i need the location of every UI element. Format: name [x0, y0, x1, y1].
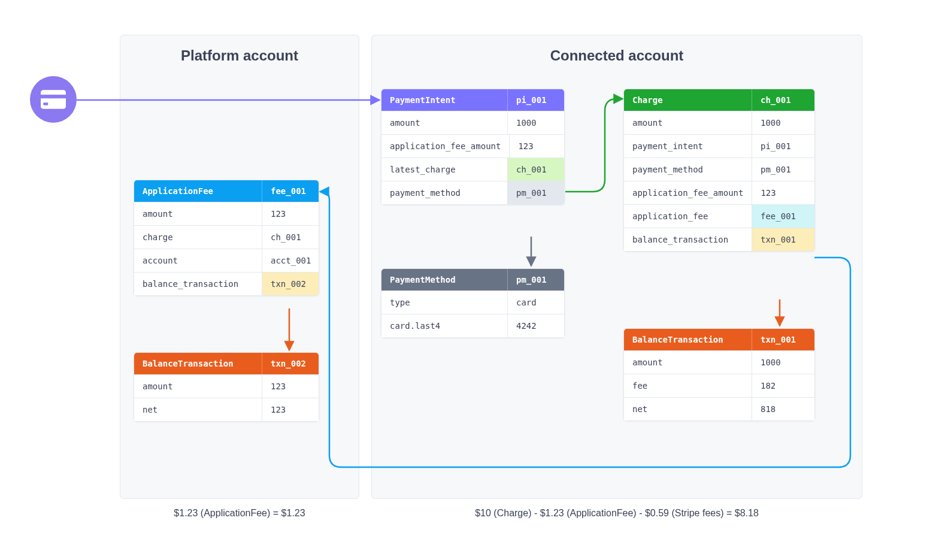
- svg-rect-0: [41, 90, 66, 109]
- applicationfee-id: fee_001: [262, 180, 319, 202]
- balancetransaction1-object: BalanceTransaction txn_001 amount1000 fe…: [623, 328, 815, 421]
- row-k: charge: [134, 226, 262, 249]
- row-v: card: [507, 291, 564, 314]
- row-v: fee_001: [752, 205, 814, 228]
- row-k: fee: [624, 374, 752, 397]
- row-k: amount: [381, 111, 507, 134]
- svg-rect-2: [43, 102, 48, 105]
- row-k: amount: [134, 375, 262, 398]
- charge-id: ch_001: [752, 89, 814, 111]
- row-k: balance_transaction: [624, 228, 752, 251]
- paymentintent-object: PaymentIntent pi_001 amount1000 applicat…: [381, 89, 565, 205]
- row-v: 1000: [507, 111, 564, 134]
- connected-title: Connected account: [372, 47, 862, 64]
- row-k: application_fee_amount: [381, 135, 509, 158]
- row-k: net: [624, 398, 752, 420]
- diagram-canvas: Platform account Connected account Appli…: [24, 24, 915, 536]
- paymentmethod-object: PaymentMethod pm_001 typecard card.last4…: [381, 268, 565, 338]
- row-v: 123: [262, 202, 319, 225]
- svg-rect-1: [41, 95, 66, 98]
- btx1-name: BalanceTransaction: [624, 329, 752, 350]
- card-icon: [30, 76, 77, 123]
- row-k: application_fee_amount: [624, 181, 752, 204]
- charge-name: Charge: [624, 89, 752, 111]
- row-k: payment_intent: [624, 135, 752, 158]
- row-v: 123: [752, 181, 814, 204]
- row-k: amount: [134, 202, 262, 225]
- pi-id: pi_001: [507, 89, 564, 111]
- pm-name: PaymentMethod: [381, 269, 507, 290]
- row-k: latest_charge: [381, 158, 507, 181]
- row-v: acct_001: [262, 249, 319, 272]
- btx1-id: txn_001: [752, 329, 814, 350]
- row-k: account: [134, 249, 262, 272]
- pm-id: pm_001: [507, 269, 564, 290]
- row-k: card.last4: [381, 314, 507, 337]
- row-k: net: [134, 398, 262, 421]
- row-v: 1000: [752, 351, 814, 374]
- row-v: pi_001: [752, 135, 814, 158]
- row-v: 123: [262, 398, 319, 421]
- row-k: amount: [624, 111, 752, 134]
- balancetransaction2-object: BalanceTransaction txn_002 amount123 net…: [134, 352, 319, 422]
- charge-object: Charge ch_001 amount1000 payment_intentp…: [623, 89, 815, 252]
- row-v: 123: [509, 135, 564, 158]
- row-v: 123: [262, 375, 319, 398]
- connected-caption: $10 (Charge) - $1.23 (ApplicationFee) - …: [371, 508, 862, 519]
- row-v: txn_002: [262, 273, 319, 295]
- platform-caption: $1.23 (ApplicationFee) = $1.23: [120, 508, 359, 519]
- btx2-name: BalanceTransaction: [134, 353, 262, 374]
- pi-name: PaymentIntent: [381, 89, 507, 111]
- platform-title: Platform account: [120, 47, 359, 64]
- credit-card-glyph: [41, 90, 66, 109]
- row-k: type: [381, 291, 507, 314]
- row-k: balance_transaction: [134, 273, 262, 295]
- row-v: 818: [752, 398, 814, 420]
- row-v: ch_001: [507, 158, 564, 181]
- row-v: 4242: [507, 314, 564, 337]
- applicationfee-object: ApplicationFee fee_001 amount123 chargec…: [134, 180, 319, 296]
- applicationfee-name: ApplicationFee: [134, 180, 262, 202]
- row-k: payment_method: [381, 181, 507, 204]
- row-k: application_fee: [624, 205, 752, 228]
- row-v: pm_001: [507, 181, 564, 204]
- row-k: amount: [624, 351, 752, 374]
- row-k: payment_method: [624, 158, 752, 181]
- row-v: ch_001: [262, 226, 319, 249]
- row-v: 182: [752, 374, 814, 397]
- row-v: 1000: [752, 111, 814, 134]
- row-v: txn_001: [752, 228, 814, 251]
- row-v: pm_001: [752, 158, 814, 181]
- btx2-id: txn_002: [262, 353, 319, 374]
